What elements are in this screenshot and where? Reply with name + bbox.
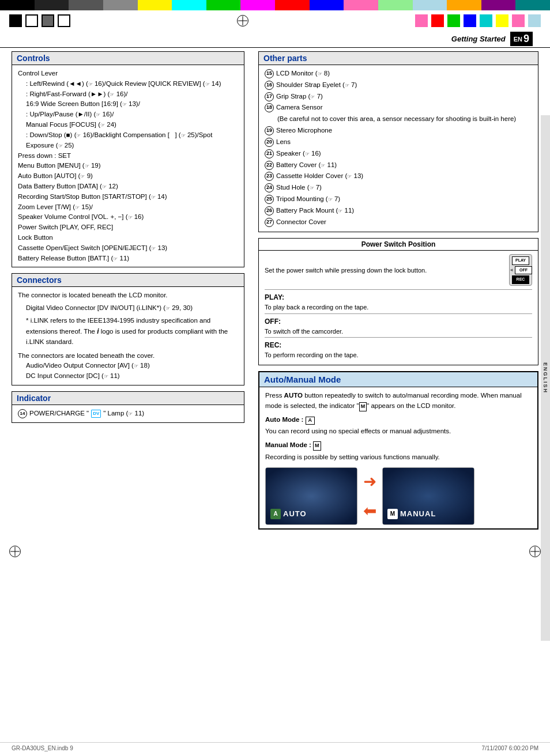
power-switch-device-img: PLAY ◄ OFF REC bbox=[509, 254, 532, 286]
play-mode-title: PLAY: bbox=[265, 293, 284, 301]
power-charge-label: POWER/CHARGE " bbox=[29, 409, 89, 419]
power-switch-set-text: Set the power switch while pressing down… bbox=[265, 266, 427, 275]
play-mode-desc: To play back a recording on the tape. bbox=[265, 303, 532, 312]
color-segment bbox=[69, 0, 103, 10]
color-segment bbox=[413, 0, 447, 10]
section-title-header: Getting Started bbox=[451, 35, 506, 43]
ps-rec-label: REC bbox=[512, 275, 529, 284]
lock-button: Lock Button bbox=[18, 233, 238, 243]
other-16-text: Shoulder Strap Eyelet (☞ 7) bbox=[276, 80, 357, 90]
num-22: 22 bbox=[265, 161, 274, 170]
other-item-22: 22 Battery Cover (☞ 11) bbox=[265, 160, 532, 171]
other-18-sub: (Be careful not to cover this area, a se… bbox=[265, 114, 532, 124]
other-item-23: 23 Cassette Holder Cover (☞ 13) bbox=[265, 171, 532, 182]
indicator-title: Indicator bbox=[12, 392, 244, 405]
menu-button: Menu Button [MENU] (☞ 19) bbox=[18, 161, 238, 171]
manual-camera-image: M MANUAL bbox=[382, 467, 474, 525]
english-sidebar: ENGLISH bbox=[541, 115, 550, 641]
reg-mark-white2 bbox=[58, 14, 70, 27]
color-mark-green bbox=[447, 14, 460, 27]
other-parts-content: 15 LCD Monitor (☞ 8) 16 Shoulder Strap E… bbox=[259, 65, 538, 232]
reg-mark-white bbox=[25, 14, 38, 27]
off-mode-title: OFF: bbox=[265, 317, 281, 326]
power-switch-title: Power Switch Position bbox=[259, 239, 538, 251]
page-number-box: EN 9 bbox=[510, 32, 533, 46]
battery-release: Battery Release Button [BATT.] (☞ 11) bbox=[18, 254, 238, 264]
color-mark-lightblue bbox=[528, 14, 541, 27]
cassette-open: Cassette Open/Eject Switch [OPEN/EJECT] … bbox=[18, 243, 238, 254]
manual-mode-icon: M bbox=[313, 441, 321, 451]
controls-section: Controls Control Lever : Left/Rewind (◄◄… bbox=[12, 51, 244, 267]
item-num-14: 14 bbox=[18, 409, 27, 418]
color-segment bbox=[515, 0, 550, 10]
num-21: 21 bbox=[265, 149, 274, 158]
main-content: Controls Control Lever : Left/Rewind (◄◄… bbox=[0, 48, 550, 539]
other-25-text: Tripod Mounting (☞ 7) bbox=[276, 194, 340, 205]
num-23: 23 bbox=[265, 172, 274, 181]
auto-manual-intro: Press AUTO button repeatedly to switch t… bbox=[265, 391, 532, 411]
other-item-15: 15 LCD Monitor (☞ 8) bbox=[265, 69, 532, 79]
color-segment bbox=[0, 0, 35, 10]
manual-mode-title: Manual Mode : M bbox=[265, 440, 532, 451]
num-16: 16 bbox=[265, 81, 274, 90]
other-item-20: 20 Lens bbox=[265, 137, 532, 148]
auto-mode-title: Auto Mode : A bbox=[265, 415, 532, 425]
other-15-text: LCD Monitor (☞ 8) bbox=[276, 69, 330, 79]
footer-right: 7/11/2007 6:00:20 PM bbox=[482, 745, 538, 751]
play-mode: PLAY: To play back a recording on the ta… bbox=[265, 289, 532, 313]
other-item-19: 19 Stereo Microphone bbox=[265, 126, 532, 136]
connectors-intro: The connector is located beneath the LCD… bbox=[18, 290, 238, 301]
control-right-ff: : Right/Fast-Forward (►►) (☞ 16)/ bbox=[18, 89, 238, 100]
rec-mode: REC: To perform recording on the tape. bbox=[265, 337, 532, 361]
num-17: 17 bbox=[265, 92, 274, 101]
color-segment bbox=[447, 0, 481, 10]
control-down-stop: : Down/Stop (■) (☞ 16)/Backlight Compens… bbox=[18, 130, 238, 151]
footer-left: GR-DA30US_EN.indb 9 bbox=[12, 745, 73, 751]
bottom-right-reg bbox=[529, 546, 541, 557]
arrows-container: ➜ ⬅ bbox=[363, 469, 376, 524]
controls-title: Controls bbox=[12, 52, 244, 65]
page-header: Getting Started EN 9 bbox=[0, 31, 550, 48]
connectors-cover: The connectors are located beneath the c… bbox=[18, 351, 238, 361]
color-segment bbox=[206, 0, 241, 10]
color-segment bbox=[240, 0, 275, 10]
ilink-note: * i.LINK refers to the IEEE1394-1995 ind… bbox=[18, 316, 238, 347]
off-mode: OFF: To switch off the camcorder. bbox=[265, 313, 532, 338]
num-27: 27 bbox=[265, 218, 274, 227]
left-arrow-icon: ⬅ bbox=[363, 498, 376, 523]
num-19: 19 bbox=[265, 126, 274, 135]
other-item-26: 26 Battery Pack Mount (☞ 11) bbox=[265, 206, 532, 216]
other-26-text: Battery Pack Mount (☞ 11) bbox=[276, 206, 354, 216]
reg-marks-row bbox=[0, 10, 550, 31]
dv-logo: DV bbox=[91, 410, 101, 418]
en-label: EN bbox=[514, 36, 522, 43]
power-switch-row: Set the power switch while pressing down… bbox=[265, 254, 532, 286]
auto-button: Auto Button [AUTO] (☞ 9) bbox=[18, 171, 238, 182]
auto-mode-desc: You can record using no special effects … bbox=[265, 426, 532, 437]
off-mode-desc: To switch off the camcorder. bbox=[265, 327, 532, 337]
indicator-section: Indicator 14 POWER/CHARGE " DV " Lamp (☞… bbox=[12, 391, 244, 423]
right-arrow-icon: ➜ bbox=[363, 469, 376, 494]
color-mark-red bbox=[431, 14, 444, 27]
manual-camera-label: M MANUAL bbox=[387, 508, 436, 520]
data-battery-button: Data Battery Button [DATA] (☞ 12) bbox=[18, 182, 238, 192]
bottom-left-reg bbox=[9, 546, 21, 557]
manual-mode-desc: Recording is possible by setting various… bbox=[265, 452, 532, 463]
other-21-text: Speaker (☞ 16) bbox=[276, 149, 321, 159]
other-item-27: 27 Connector Cover bbox=[265, 217, 532, 228]
color-mark-pink2 bbox=[512, 14, 525, 27]
other-17-text: Grip Strap (☞ 7) bbox=[276, 92, 323, 102]
num-25: 25 bbox=[265, 195, 274, 204]
other-23-text: Cassette Holder Cover (☞ 13) bbox=[276, 171, 363, 182]
page-number: 9 bbox=[523, 33, 529, 45]
other-parts-section: Other parts 15 LCD Monitor (☞ 8) 16 Shou… bbox=[258, 51, 538, 232]
english-label: ENGLISH bbox=[543, 362, 548, 394]
other-item-16: 16 Shoulder Strap Eyelet (☞ 7) bbox=[265, 80, 532, 90]
auto-mode-icon: A bbox=[306, 417, 315, 425]
manual-mode-text: MANUAL bbox=[400, 508, 436, 520]
other-item-21: 21 Speaker (☞ 16) bbox=[265, 149, 532, 159]
control-manual-focus: Manual Focus [FOCUS] (☞ 24) bbox=[18, 120, 238, 130]
power-charge-item: 14 POWER/CHARGE " DV " Lamp (☞ 11) bbox=[18, 409, 238, 419]
color-segment bbox=[138, 0, 172, 10]
other-20-text: Lens bbox=[276, 137, 291, 148]
